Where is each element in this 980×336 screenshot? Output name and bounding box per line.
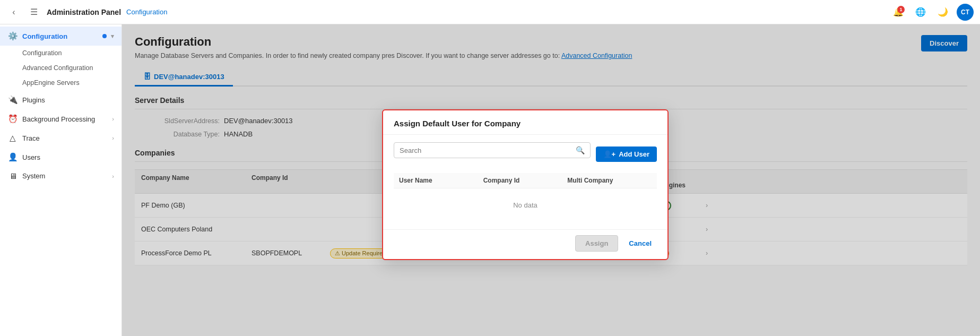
add-user-button[interactable]: 👤+ Add User (596, 147, 657, 162)
modal-footer: Assign Cancel (383, 229, 667, 259)
sidebar-item-appengine-servers[interactable]: AppEngine Servers (0, 75, 122, 90)
company-name: ProcessForce Demo PL (141, 249, 247, 257)
chevron-right-icon: › (112, 173, 114, 179)
theme-button[interactable]: 🌙 (934, 4, 951, 21)
cancel-button[interactable]: Cancel (623, 235, 657, 252)
advanced-config-link[interactable]: Advanced Configuration (561, 52, 632, 59)
col-multi-company: Multi Company (567, 177, 652, 184)
modal-table-header: User Name Company Id Multi Company (394, 173, 657, 188)
sidebar-item-label: System (22, 172, 108, 180)
row-arrow[interactable]: › (706, 249, 722, 257)
col-company-name: Company Name (141, 174, 247, 189)
globe-button[interactable]: 🌐 (912, 4, 929, 21)
sidebar: ⚙️ Configuration ▾ Configuration Advance… (0, 24, 122, 336)
company-name: PF Demo (GB) (141, 202, 247, 209)
sld-address-value: DEV@hanadev:30013 (224, 117, 293, 125)
modal-header: Assign Default User for Company (383, 110, 667, 135)
sld-address-label: SldServerAddress: (135, 117, 220, 125)
page-description: Manage Database Servers and Companies. I… (135, 52, 967, 59)
avatar[interactable]: CT (957, 4, 974, 21)
database-icon: 🗄 (143, 72, 151, 81)
sidebar-item-plugins[interactable]: 🔌 Plugins (0, 90, 122, 109)
company-name: OEC Computers Poland (141, 226, 247, 233)
col-username: User Name (399, 177, 483, 184)
add-user-icon: 👤+ (603, 150, 616, 158)
sidebar-item-label: Plugins (22, 96, 114, 104)
plugins-icon: 🔌 (7, 95, 18, 105)
search-input[interactable] (400, 147, 571, 154)
sidebar-item-users[interactable]: 👤 Users (0, 148, 122, 167)
sidebar-item-configuration[interactable]: ⚙️ Configuration ▾ (0, 27, 122, 46)
chevron-down-icon: ▾ (111, 33, 114, 40)
tab-dev-hanadev[interactable]: 🗄 DEV@hanadev:30013 (135, 68, 233, 87)
menu-button[interactable]: ☰ (27, 5, 41, 20)
assign-user-modal: Assign Default User for Company 🔍 👤+ Add… (382, 109, 669, 260)
notifications-button[interactable]: 🔔 1 (890, 4, 907, 21)
sidebar-item-system[interactable]: 🖥 System › (0, 167, 122, 185)
active-dot (102, 34, 107, 38)
col-company-id: Company Id (251, 174, 326, 189)
sidebar-item-background-processing[interactable]: ⏰ Background Processing › (0, 109, 122, 128)
modal-title: Assign Default User for Company (394, 119, 521, 128)
trace-icon: △ (7, 133, 18, 143)
sidebar-item-advanced-configuration[interactable]: Advanced Configuration (0, 61, 122, 75)
notification-badge: 1 (897, 6, 905, 13)
app-title: Administration Panel (47, 8, 121, 16)
sidebar-item-trace[interactable]: △ Trace › (0, 128, 122, 148)
topbar: ‹ ☰ Administration Panel Configuration 🔔… (0, 0, 980, 24)
back-button[interactable]: ‹ (6, 5, 21, 20)
gear-icon: ⚙️ (7, 31, 18, 41)
modal-body: 🔍 👤+ Add User User Name Company Id Multi… (383, 135, 667, 229)
clock-icon: ⏰ (7, 114, 18, 124)
no-data-message: No data (394, 188, 657, 222)
sidebar-item-configuration-sub[interactable]: Configuration (0, 46, 122, 61)
col-arrow (706, 174, 722, 189)
assign-button[interactable]: Assign (575, 235, 618, 252)
row-arrow[interactable]: › (706, 226, 722, 233)
row-arrow[interactable]: › (706, 202, 722, 209)
company-id: SBOPFDEMOPL (251, 249, 326, 257)
sidebar-item-label: Users (22, 153, 114, 161)
page-title: Configuration (135, 35, 967, 49)
main-content-area: Discover Configuration Manage Database S… (122, 24, 980, 336)
search-box: 🔍 (394, 142, 591, 158)
tab-bar: 🗄 DEV@hanadev:30013 (135, 68, 967, 87)
chevron-right-icon: › (112, 116, 114, 122)
sidebar-item-label: Trace (22, 134, 108, 142)
db-type-value: HANADB (224, 130, 253, 138)
col-company-id: Company Id (483, 177, 568, 184)
server-details-title: Server Details (135, 96, 967, 109)
search-icon: 🔍 (576, 146, 585, 154)
app-subtitle: Configuration (126, 8, 167, 16)
chevron-right-icon: › (112, 135, 114, 141)
system-icon: 🖥 (7, 171, 18, 180)
user-icon: 👤 (7, 152, 18, 162)
db-type-label: Database Type: (135, 131, 220, 138)
discover-button[interactable]: Discover (921, 35, 967, 51)
sidebar-item-label: Background Processing (22, 115, 108, 123)
sidebar-item-label: Configuration (22, 32, 96, 40)
tab-label: DEV@hanadev:30013 (154, 73, 224, 81)
